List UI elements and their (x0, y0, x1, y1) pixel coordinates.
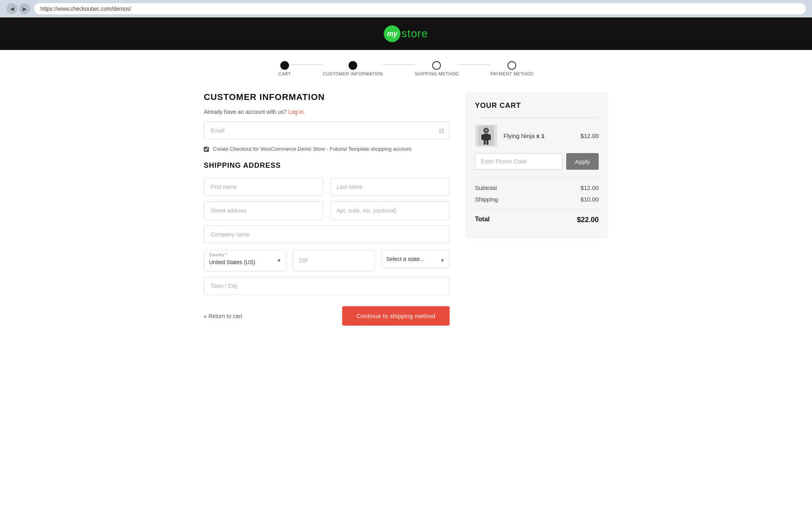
step-payment: PAYMENT METHOD (490, 61, 534, 76)
subtotal-row: Subtotal $12.00 (475, 184, 599, 191)
step-customer-circle (349, 61, 357, 70)
content-area: CUSTOMER INFORMATION Already have an acc… (188, 80, 624, 338)
total-label: Total (475, 216, 490, 224)
svg-rect-4 (488, 134, 491, 140)
last-name-field[interactable] (330, 178, 450, 196)
shipping-address-title: SHIPPING ADDRESS (204, 161, 450, 170)
company-field[interactable] (204, 225, 450, 244)
city-wrapper (204, 277, 450, 295)
checkbox-label: Create Checkout for WooCommerce Demo Sto… (213, 146, 412, 152)
return-link[interactable]: « Return to cart (204, 313, 242, 319)
cart-divider-mid (475, 178, 599, 178)
step-payment-label: PAYMENT METHOD (490, 71, 534, 76)
cart-item: Flying Ninja x 1 $12.00 (475, 125, 599, 147)
nav-buttons: ◀ ▶ (6, 3, 30, 14)
logo-circle: my (384, 25, 400, 42)
street-field[interactable] (204, 201, 324, 220)
total-value: $22.00 (577, 216, 599, 224)
step-line-2 (383, 64, 415, 65)
browser-chrome: ◀ ▶ (0, 0, 812, 17)
continue-button[interactable]: Continue to shipping method (342, 306, 450, 326)
customer-info-title: CUSTOMER INFORMATION (204, 92, 450, 102)
shipping-label: Shipping (475, 196, 498, 203)
step-line-1 (291, 64, 323, 65)
step-customer-label: CUSTOMER INFORMATION (323, 71, 383, 76)
step-shipping: SHIPPING METHOD (415, 61, 459, 76)
email-field[interactable] (204, 121, 450, 140)
zip-field[interactable] (293, 250, 375, 271)
step-shipping-circle (432, 61, 441, 70)
subtotal-label: Subtotal (475, 184, 497, 191)
back-button[interactable]: ◀ (6, 3, 17, 14)
card-icon: ⊟ (439, 127, 444, 134)
login-link[interactable]: Log in. (288, 109, 305, 115)
step-customer: CUSTOMER INFORMATION (323, 61, 383, 76)
state-select[interactable]: Select a state... (381, 250, 450, 268)
state-wrapper: Select a state... ▼ (381, 250, 450, 271)
page-wrapper: my store CART CUSTOMER INFORMATION SHIPP… (0, 17, 812, 514)
company-wrapper (204, 225, 450, 244)
svg-rect-8 (485, 130, 488, 130)
create-account-checkbox[interactable] (204, 147, 209, 152)
address-bar[interactable] (34, 3, 806, 14)
svg-rect-5 (484, 141, 486, 145)
login-notice: Already have an account with us? Log in. (204, 109, 450, 115)
form-actions: « Return to cart Continue to shipping me… (204, 306, 450, 326)
svg-rect-2 (483, 134, 489, 141)
cart-divider-top (475, 118, 599, 118)
logo-text: store (401, 27, 428, 40)
apply-button[interactable]: Apply (566, 153, 599, 170)
logo: my store (384, 25, 428, 42)
country-wrapper: Country * United States (US) ▼ (204, 250, 286, 271)
cart-title: YOUR CART (475, 102, 599, 110)
total-row: Total $22.00 (475, 216, 599, 224)
forward-button[interactable]: ▶ (19, 3, 30, 14)
step-shipping-label: SHIPPING METHOD (415, 71, 459, 76)
cart-item-image (475, 125, 497, 147)
country-label: Country * (209, 252, 227, 257)
cart-divider-bottom (475, 209, 599, 209)
checkbox-row: Create Checkout for WooCommerce Demo Sto… (204, 146, 450, 152)
name-row (204, 178, 450, 196)
shipping-value: $10.00 (580, 196, 599, 203)
step-cart-label: CART (278, 71, 291, 76)
cart-section: YOUR CART (465, 92, 608, 326)
country-zip-row: Country * United States (US) ▼ Select a … (204, 250, 450, 271)
step-cart-circle (280, 61, 289, 70)
email-wrapper: ⊟ (204, 121, 450, 140)
shipping-row: Shipping $10.00 (475, 196, 599, 203)
first-name-field[interactable] (204, 178, 324, 196)
promo-row: Apply (475, 153, 599, 170)
subtotal-value: $12.00 (580, 184, 599, 191)
svg-rect-3 (481, 134, 484, 140)
svg-rect-6 (486, 141, 488, 145)
step-line-3 (459, 64, 490, 65)
promo-input[interactable] (475, 153, 562, 170)
form-section: CUSTOMER INFORMATION Already have an acc… (204, 92, 450, 326)
apt-field[interactable] (330, 201, 450, 220)
city-field[interactable] (204, 277, 450, 295)
street-row (204, 201, 450, 220)
cart-box: YOUR CART (465, 92, 608, 238)
site-header: my store (0, 17, 812, 50)
cart-item-price: $12.00 (580, 132, 599, 139)
cart-item-name: Flying Ninja x 1 (504, 132, 574, 139)
step-payment-circle (508, 61, 516, 70)
step-cart: CART (278, 61, 291, 76)
progress-steps: CART CUSTOMER INFORMATION SHIPPING METHO… (0, 50, 812, 80)
